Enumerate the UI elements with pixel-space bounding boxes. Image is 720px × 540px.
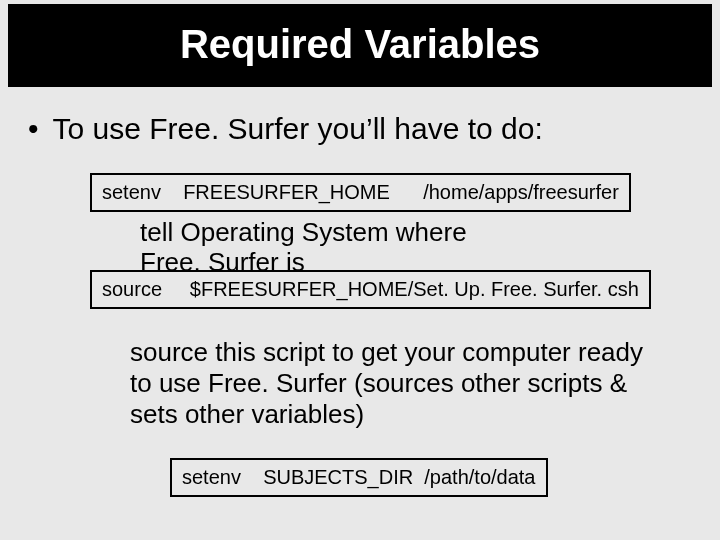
command-box-setenv-home: setenv FREESURFER_HOME /home/apps/freesu…: [90, 173, 631, 212]
bullet-text: To use Free. Surfer you’ll have to do:: [53, 111, 543, 147]
command-box-setenv-subjects: setenv SUBJECTS_DIR /path/to/data: [170, 458, 548, 497]
command-box-source: source $FREESURFER_HOME/Set. Up. Free. S…: [90, 270, 651, 309]
slide: Required Variables • To use Free. Surfer…: [0, 4, 720, 540]
note-line: tell Operating System where: [140, 218, 720, 248]
slide-title: Required Variables: [8, 4, 712, 87]
bullet-row: • To use Free. Surfer you’ll have to do:: [28, 111, 720, 147]
note-source-script: source this script to get your computer …: [130, 337, 650, 431]
bullet-dot: •: [28, 111, 39, 147]
